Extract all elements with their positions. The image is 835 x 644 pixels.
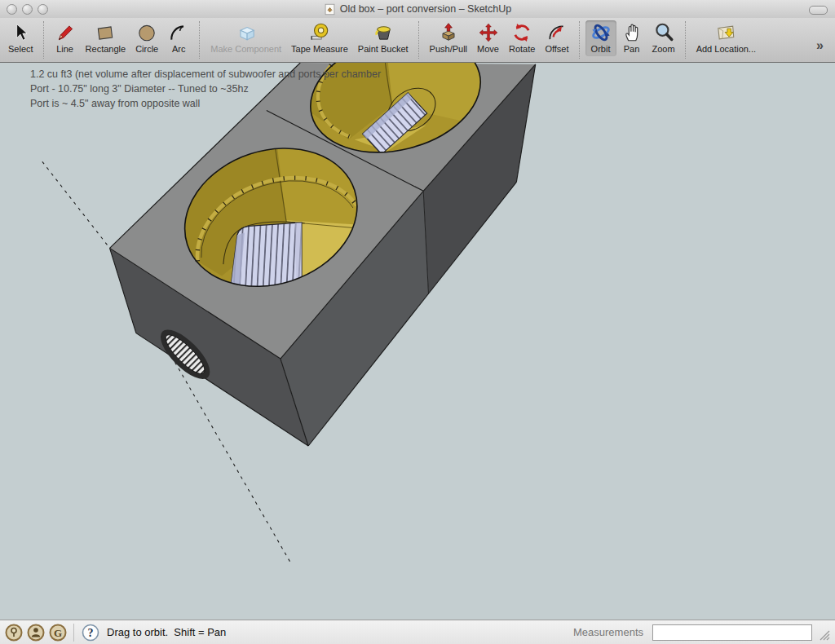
- toolbar-overflow-chevron[interactable]: »: [808, 38, 832, 53]
- traffic-lights: [7, 4, 48, 15]
- status-bar: G ? Drag to orbit. Shift = Pan Measureme…: [0, 620, 835, 644]
- orbit-icon: [590, 22, 612, 43]
- tool-label: Rotate: [509, 44, 535, 54]
- tool-circle[interactable]: Circle: [130, 20, 163, 56]
- tool-rectangle[interactable]: Rectangle: [81, 20, 131, 56]
- paint-bucket-icon: [373, 22, 394, 43]
- tool-rotate[interactable]: Rotate: [504, 20, 540, 56]
- rotate-icon: [511, 22, 532, 43]
- tool-label: Make Component: [210, 44, 281, 54]
- offset-icon: [546, 22, 568, 43]
- tool-paint-bucket[interactable]: Paint Bucket: [353, 20, 413, 56]
- svg-text:?: ?: [88, 626, 94, 638]
- credit-person-icon[interactable]: [27, 624, 45, 642]
- tool-move[interactable]: Move: [472, 20, 504, 56]
- tool-make-component[interactable]: Make Component: [205, 20, 286, 56]
- zoom-icon: [653, 22, 674, 43]
- toolbar-separator: [685, 21, 687, 59]
- statusbar-separator: [73, 624, 75, 642]
- tool-label: Zoom: [652, 44, 675, 54]
- tool-label: Pan: [624, 44, 640, 54]
- measurements-label: Measurements: [573, 626, 643, 638]
- tool-orbit[interactable]: Orbit: [585, 20, 616, 56]
- move-icon: [478, 22, 499, 43]
- annotation-line-2: Port - 10.75" long 3" Diameter -- Tuned …: [30, 82, 381, 96]
- tool-line[interactable]: Line: [50, 20, 81, 56]
- tool-pan[interactable]: Pan: [616, 20, 647, 56]
- tool-label: Offset: [545, 44, 568, 54]
- tool-label: Arc: [172, 44, 186, 54]
- window-title-area: Old box – port conversion – SketchUp: [0, 3, 835, 15]
- model-annotation: 1.2 cu ft3 (net volume after displacemen…: [30, 67, 381, 111]
- tool-push-pull[interactable]: Push/Pull: [425, 20, 472, 56]
- tool-label: Circle: [135, 44, 158, 54]
- tool-tape-measure[interactable]: Tape Measure: [286, 20, 353, 56]
- toolbar-separator: [579, 21, 581, 59]
- rectangle-icon: [95, 22, 116, 43]
- tool-label: Push/Pull: [430, 44, 467, 54]
- component-icon: [236, 22, 257, 43]
- pan-icon: [621, 22, 643, 43]
- tape-measure-icon: [309, 22, 330, 43]
- title-bar: Old box – port conversion – SketchUp: [0, 0, 835, 19]
- toolbar-separator: [418, 21, 420, 59]
- toolbar: Select Line Rectangle Circle: [0, 18, 835, 63]
- tool-label: Line: [56, 44, 73, 54]
- tool-label: Orbit: [591, 44, 611, 54]
- arc-icon: [168, 22, 189, 43]
- close-button[interactable]: [7, 4, 17, 15]
- tool-label: Move: [477, 44, 499, 54]
- add-location-icon: [715, 22, 736, 43]
- tool-add-location[interactable]: Add Location...: [691, 20, 761, 56]
- tool-label: Select: [8, 44, 33, 54]
- toolbar-separator: [43, 21, 45, 59]
- toolbar-separator: [199, 21, 201, 59]
- model-canvas[interactable]: 1.2 cu ft3 (net volume after displacemen…: [0, 63, 835, 620]
- tool-select[interactable]: Select: [3, 20, 38, 56]
- status-hint: Drag to orbit. Shift = Pan: [107, 626, 226, 638]
- resize-grip[interactable]: [818, 624, 830, 641]
- geolocation-pin-icon[interactable]: [5, 624, 23, 642]
- tool-label: Paint Bucket: [358, 44, 409, 54]
- tool-label: Tape Measure: [291, 44, 348, 54]
- minimize-button[interactable]: [22, 4, 33, 15]
- tool-offset[interactable]: Offset: [540, 20, 573, 56]
- circle-icon: [136, 22, 157, 43]
- pencil-icon: [55, 22, 76, 43]
- tool-label: Rectangle: [86, 44, 126, 54]
- measurements-input[interactable]: [652, 624, 812, 641]
- 3d-scene: [0, 63, 835, 620]
- annotation-line-1: 1.2 cu ft3 (net volume after displacemen…: [30, 67, 381, 82]
- tool-arc[interactable]: Arc: [163, 20, 194, 56]
- select-icon: [10, 22, 31, 43]
- zoom-window-button[interactable]: [38, 4, 48, 15]
- google-badge-icon[interactable]: G: [49, 624, 67, 642]
- window-title: Old box – port conversion – SketchUp: [340, 3, 512, 15]
- annotation-line-3: Port is ~ 4.5" away from opposite wall: [30, 96, 381, 111]
- svg-text:G: G: [54, 626, 62, 638]
- help-icon[interactable]: ?: [82, 624, 99, 642]
- document-icon: [324, 3, 336, 15]
- sketchup-window: Old box – port conversion – SketchUp Sel…: [0, 0, 835, 644]
- tool-zoom[interactable]: Zoom: [647, 20, 680, 56]
- push-pull-icon: [438, 22, 459, 43]
- toolbar-toggle-button[interactable]: [809, 6, 828, 15]
- tool-label: Add Location...: [696, 44, 756, 54]
